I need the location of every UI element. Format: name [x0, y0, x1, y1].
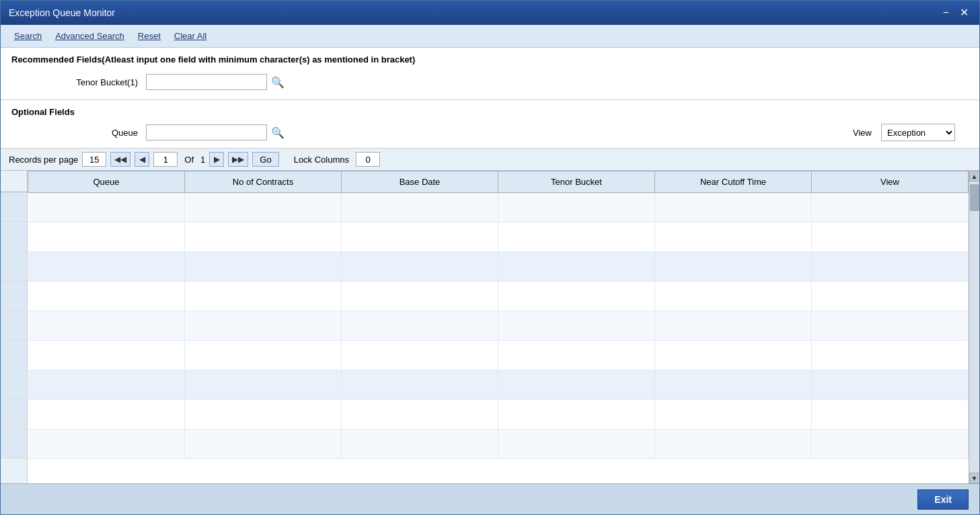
- col-base-date: Base Date: [342, 171, 498, 193]
- clear-all-button[interactable]: Clear All: [169, 29, 212, 43]
- queue-input[interactable]: [146, 124, 267, 141]
- prev-page-button[interactable]: ◀: [135, 152, 149, 167]
- table-row: [28, 193, 969, 223]
- tenor-bucket-input[interactable]: [146, 74, 267, 90]
- lock-columns-input[interactable]: [356, 152, 380, 167]
- row-numbers: [1, 171, 28, 483]
- queue-input-wrap: 🔍: [146, 124, 286, 141]
- tenor-bucket-label: Tenor Bucket(1): [11, 77, 146, 87]
- row-num-7: [1, 370, 27, 399]
- row-num-9: [1, 429, 27, 459]
- last-page-button[interactable]: ▶▶: [228, 152, 248, 167]
- col-near-cutoff-time: Near Cutoff Time: [655, 171, 812, 193]
- total-pages: 1: [200, 155, 205, 165]
- advanced-search-button[interactable]: Advanced Search: [50, 29, 130, 43]
- content-area: Recommended Fields(Atleast input one fie…: [1, 48, 979, 483]
- table-row: [28, 370, 969, 400]
- title-bar: Exception Queue Monitor − ✕: [1, 1, 979, 25]
- data-table: Queue No of Contracts Base Date Tenor Bu…: [28, 171, 969, 459]
- right-fields: View Exception Standard: [853, 124, 955, 141]
- table-row: [28, 341, 969, 370]
- scroll-up-button[interactable]: ▲: [969, 171, 980, 182]
- table-row: [28, 252, 969, 282]
- scrollbar: ▲ ▼: [969, 171, 979, 483]
- close-button[interactable]: ✕: [957, 7, 971, 18]
- left-fields: Queue 🔍: [11, 124, 853, 141]
- row-num-3: [1, 251, 27, 281]
- row-num-6: [1, 340, 27, 370]
- tenor-bucket-search-icon[interactable]: 🔍: [270, 76, 286, 89]
- reset-button[interactable]: Reset: [133, 29, 166, 43]
- row-num-2: [1, 222, 27, 251]
- next-page-button[interactable]: ▶: [209, 152, 224, 167]
- table-scroll-area: Queue No of Contracts Base Date Tenor Bu…: [28, 171, 969, 483]
- row-num-5: [1, 311, 27, 340]
- main-window: Exception Queue Monitor − ✕ Search Advan…: [0, 0, 980, 515]
- go-button[interactable]: Go: [252, 152, 278, 167]
- table-row: [28, 311, 969, 341]
- row-num-4: [1, 281, 27, 311]
- current-page-input[interactable]: [153, 152, 178, 167]
- col-queue: Queue: [28, 171, 185, 193]
- view-select[interactable]: Exception Standard: [881, 124, 955, 141]
- table-body: [28, 193, 969, 459]
- table-row: [28, 223, 969, 252]
- tenor-bucket-field-row: Tenor Bucket(1) 🔍: [11, 71, 969, 93]
- title-bar-controls: − ✕: [940, 7, 971, 18]
- first-page-button[interactable]: ◀◀: [110, 152, 130, 167]
- recommended-section-title: Recommended Fields(Atleast input one fie…: [11, 54, 969, 65]
- records-per-page-label: Records per page: [9, 155, 78, 165]
- view-label: View: [853, 128, 872, 138]
- col-no-of-contracts: No of Contracts: [185, 171, 342, 193]
- records-per-page-input[interactable]: [82, 152, 106, 167]
- row-num-8: [1, 399, 27, 429]
- col-view: View: [812, 171, 969, 193]
- optional-section: Optional Fields Queue 🔍 View Exception S…: [1, 100, 979, 149]
- pagination-bar: Records per page ◀◀ ◀ Of 1 ▶ ▶▶ Go Lock …: [1, 149, 979, 171]
- optional-section-title: Optional Fields: [11, 107, 969, 117]
- queue-search-icon[interactable]: 🔍: [270, 126, 286, 139]
- window-title: Exception Queue Monitor: [9, 7, 115, 18]
- col-tenor-bucket: Tenor Bucket: [498, 171, 655, 193]
- bottom-bar: Exit: [1, 483, 979, 514]
- table-row: [28, 430, 969, 459]
- scrollbar-thumb[interactable]: [970, 184, 979, 211]
- lock-columns-label: Lock Columns: [294, 155, 349, 165]
- recommended-section: Recommended Fields(Atleast input one fie…: [1, 48, 979, 100]
- table-row: [28, 400, 969, 430]
- optional-fields-row: Queue 🔍 View Exception Standard: [11, 124, 969, 141]
- table-row: [28, 282, 969, 311]
- scrollbar-track[interactable]: [970, 182, 979, 473]
- table-header-row: Queue No of Contracts Base Date Tenor Bu…: [28, 171, 969, 193]
- scroll-down-button[interactable]: ▼: [969, 473, 980, 483]
- row-number-header: [1, 171, 27, 192]
- tenor-bucket-input-wrap: 🔍: [146, 74, 286, 90]
- search-button[interactable]: Search: [9, 29, 47, 43]
- row-num-1: [1, 192, 27, 222]
- toolbar: Search Advanced Search Reset Clear All: [1, 25, 979, 48]
- exit-button[interactable]: Exit: [917, 489, 969, 510]
- minimize-button[interactable]: −: [940, 7, 952, 18]
- of-text: Of: [184, 155, 194, 165]
- queue-label: Queue: [11, 128, 146, 138]
- table-wrap: Queue No of Contracts Base Date Tenor Bu…: [1, 171, 979, 483]
